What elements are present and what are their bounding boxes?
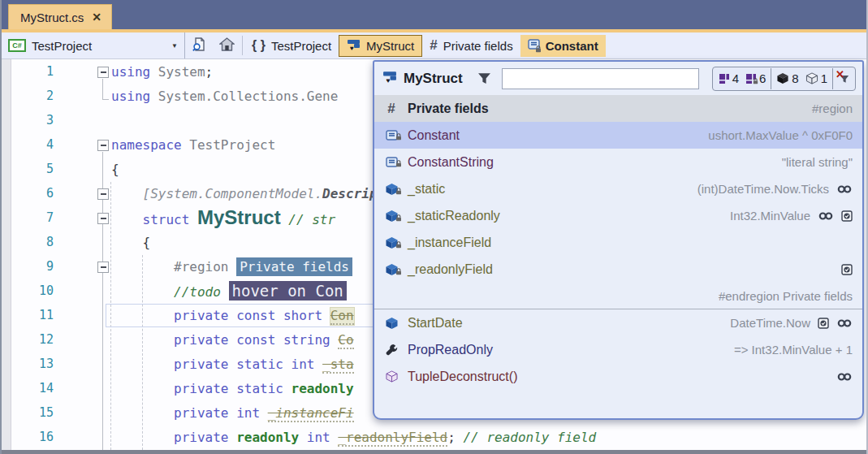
filter-private-members-button[interactable]: 6 — [742, 71, 769, 85]
line-number: 14 — [2, 381, 71, 396]
member-name: ConstantString — [408, 155, 494, 170]
member-row-instancefield[interactable]: _instanceField — [374, 229, 862, 256]
line-number: 7 — [2, 210, 71, 225]
code-token: struct — [111, 212, 197, 227]
line-number: 10 — [2, 283, 71, 298]
line-number: 16 — [2, 430, 71, 444]
fold-collapse-icon[interactable] — [97, 188, 109, 200]
filter-methods-button[interactable]: 1 — [802, 71, 831, 85]
toolbar-divider — [771, 68, 771, 89]
fold-collapse-icon[interactable] — [97, 140, 109, 151]
member-row-region-end[interactable]: #endregion Private fields — [374, 283, 862, 309]
home-button[interactable] — [213, 35, 240, 56]
member-row-static[interactable]: _static (int)DateTime.Now.Ticks — [374, 175, 862, 202]
svg-text:♥: ♥ — [386, 76, 390, 84]
code-token: private — [111, 430, 236, 445]
code-token: private static int — [111, 357, 322, 372]
line-number: 4 — [2, 137, 71, 152]
region-name-highlight: Private fields — [236, 257, 352, 276]
filter-fields-button[interactable]: 8 — [773, 71, 801, 85]
member-row-region-start[interactable]: # Private fields #region — [374, 95, 862, 122]
fold-connector — [102, 79, 109, 100]
indent-guide — [142, 255, 143, 450]
window-bottom-border — [2, 450, 866, 454]
field-private-icon — [382, 236, 400, 249]
member-name: Private fields — [408, 102, 489, 116]
member-name: Constant — [408, 128, 460, 143]
line-number: 5 — [2, 162, 71, 176]
project-dropdown[interactable]: C# TestProject ▼ — [2, 32, 185, 58]
property-wrench-icon — [382, 344, 400, 356]
member-name: _readonlyField — [408, 262, 493, 277]
fold-collapse-icon[interactable] — [97, 262, 109, 273]
cube-outline-icon — [805, 72, 818, 84]
document-search-icon — [192, 37, 207, 54]
code-token: { — [111, 162, 119, 177]
constant-icon — [382, 130, 400, 141]
breadcrumb-member[interactable]: Constant — [520, 35, 606, 57]
member-name: _staticReadonly — [408, 209, 500, 223]
fold-collapse-icon[interactable] — [97, 67, 109, 78]
member-detail: Int32.MinValue — [730, 209, 810, 223]
project-dropdown-value: TestProject — [32, 39, 92, 53]
code-token: using — [111, 64, 158, 80]
line-number: 3 — [2, 113, 71, 128]
breadcrumb-type[interactable]: ♥ MyStruct — [339, 35, 422, 57]
field-private-icon — [382, 183, 400, 196]
filter-button[interactable] — [474, 72, 495, 84]
breadcrumb-type-label: MyStruct — [366, 39, 414, 53]
code-token: //todo — [111, 284, 229, 300]
member-row-startdate[interactable]: StartDate DateTime.Now — [374, 309, 862, 336]
breadcrumb-region[interactable]: # Private fields — [422, 35, 520, 57]
line-number: 1 — [2, 64, 71, 79]
csharp-icon: C# — [8, 39, 26, 52]
line-number: 12 — [2, 332, 71, 347]
line-number: 9 — [2, 259, 71, 274]
code-token: [System.ComponentModel. — [111, 186, 322, 201]
count-label: 4 — [732, 71, 739, 85]
filter-instance-members-button[interactable]: 4 — [715, 71, 742, 85]
svg-text:♥: ♥ — [350, 45, 354, 51]
vs-window: MyStruct.cs ✕ C# TestProject ▼ { } TestP… — [0, 0, 868, 454]
breadcrumb-member-label: Constant — [546, 39, 598, 53]
close-icon[interactable]: ✕ — [92, 11, 101, 24]
clear-filter-button[interactable]: ✕ — [835, 73, 853, 84]
code-token: TestProject — [189, 137, 275, 153]
breadcrumb-namespace[interactable]: { } TestProject — [244, 35, 339, 57]
member-search-input[interactable] — [502, 68, 699, 89]
line-number: 6 — [2, 186, 71, 201]
member-row-constant[interactable]: Constant ushort.MaxValue ^ 0xF0F0 — [374, 122, 862, 149]
code-token: int — [299, 430, 338, 445]
toolbar-divider — [832, 68, 833, 89]
code-token: readonly — [291, 381, 354, 396]
member-name: PropReadOnly — [408, 343, 493, 357]
code-token: private int — [111, 405, 268, 421]
member-detail: #endregion Private fields — [719, 289, 853, 303]
code-token: MyStruct — [197, 206, 281, 228]
tab-mystruct[interactable]: MyStruct.cs ✕ — [8, 4, 112, 29]
navigation-bar: C# TestProject ▼ { } TestProject ♥ MyStr… — [2, 32, 866, 59]
region-hash-icon: # — [382, 101, 400, 117]
code-line[interactable]: 16 private readonly int _readonlyField; … — [2, 425, 866, 449]
members-popup: ♥ MyStruct 4 6 — [373, 60, 864, 420]
code-token: // readonly field — [463, 430, 596, 445]
field-private-icon — [382, 263, 400, 276]
fold-collapse-icon[interactable] — [97, 213, 109, 224]
link-icon — [836, 372, 853, 382]
member-detail: "literal string" — [782, 155, 853, 169]
member-row-propreadonly[interactable]: PropReadOnly => Int32.MinValue + 1 — [374, 336, 862, 363]
count-label: 8 — [792, 71, 798, 85]
code-token: using — [111, 89, 158, 104]
member-detail: #region — [812, 102, 853, 115]
member-row-constantstring[interactable]: ConstantString "literal string" — [374, 149, 862, 175]
region-hash-icon: # — [430, 37, 437, 54]
member-row-staticreadonly[interactable]: _staticReadonly Int32.MinValue — [374, 202, 862, 229]
count-label: 6 — [759, 71, 766, 85]
navbar-divider — [242, 36, 243, 55]
member-name: TupleDeconstruct() — [408, 370, 517, 384]
member-row-tupledeconstruct[interactable]: TupleDeconstruct() — [374, 363, 862, 390]
count-label: 1 — [821, 71, 827, 85]
popup-header: ♥ MyStruct 4 6 — [374, 62, 862, 95]
member-row-readonlyfield[interactable]: _readonlyField — [374, 256, 862, 283]
find-symbol-button[interactable] — [185, 35, 213, 56]
